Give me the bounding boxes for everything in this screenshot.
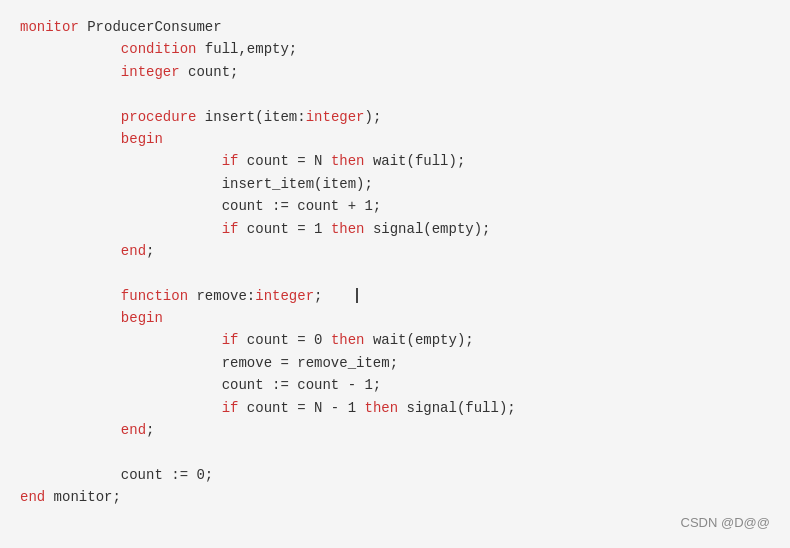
code-line-3: integer count; (20, 61, 770, 83)
code-line-20 (20, 441, 770, 463)
keyword-then-3: then (331, 332, 365, 348)
keyword-then-1: then (331, 153, 365, 169)
code-line-13: function remove:integer; (20, 285, 770, 307)
keyword-monitor: monitor (20, 19, 79, 35)
code-line-18: if count = N - 1 then signal(full); (20, 397, 770, 419)
code-line-2: condition full,empty; (20, 38, 770, 60)
keyword-then-2: then (331, 221, 365, 237)
code-line-22: end monitor; (20, 486, 770, 508)
keyword-integer: integer (121, 64, 180, 80)
code-line-19: end; (20, 419, 770, 441)
keyword-if-1: if (222, 153, 239, 169)
watermark: CSDN @D@@ (681, 513, 770, 534)
keyword-then-4: then (364, 400, 398, 416)
keyword-end-2: end (121, 422, 146, 438)
keyword-if-4: if (222, 400, 239, 416)
keyword-begin-1: begin (121, 131, 163, 147)
keyword-end-monitor: end (20, 489, 45, 505)
keyword-end-1: end (121, 243, 146, 259)
keyword-function: function (121, 288, 188, 304)
code-line-12 (20, 262, 770, 284)
code-line-8: insert_item(item); (20, 173, 770, 195)
code-line-17: count := count - 1; (20, 374, 770, 396)
code-line-9: count := count + 1; (20, 195, 770, 217)
keyword-integer-3: integer (255, 288, 314, 304)
code-line-10: if count = 1 then signal(empty); (20, 218, 770, 240)
text-cursor (356, 288, 358, 303)
keyword-procedure: procedure (121, 109, 197, 125)
code-line-14: begin (20, 307, 770, 329)
keyword-if-3: if (222, 332, 239, 348)
keyword-condition: condition (121, 41, 197, 57)
keyword-integer-2: integer (306, 109, 365, 125)
code-container: monitor ProducerConsumer condition full,… (0, 0, 790, 548)
code-line-6: begin (20, 128, 770, 150)
code-line-15: if count = 0 then wait(empty); (20, 329, 770, 351)
keyword-begin-2: begin (121, 310, 163, 326)
code-line-1: monitor ProducerConsumer (20, 16, 770, 38)
code-line-16: remove = remove_item; (20, 352, 770, 374)
code-line-11: end; (20, 240, 770, 262)
code-line-5: procedure insert(item:integer); (20, 106, 770, 128)
code-line-4 (20, 83, 770, 105)
code-line-7: if count = N then wait(full); (20, 150, 770, 172)
code-line-21: count := 0; (20, 464, 770, 486)
keyword-if-2: if (222, 221, 239, 237)
